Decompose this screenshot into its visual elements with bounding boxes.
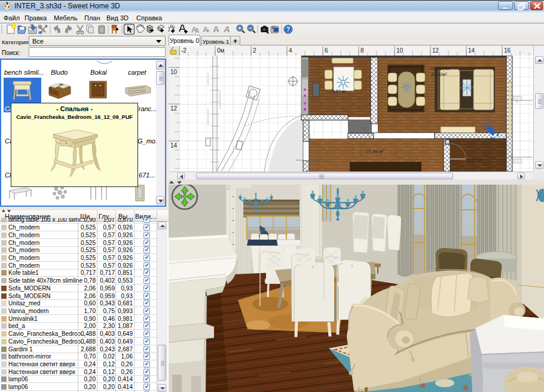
svg-text:4,87 м²: 4,87 м² [332, 89, 346, 93]
svg-text:-2: -2 [181, 47, 187, 54]
svg-text:10: 10 [396, 47, 404, 54]
svg-text:12: 12 [432, 47, 439, 54]
svg-text:A: A [195, 27, 199, 34]
svg-text:16: 16 [504, 47, 511, 54]
svg-text:0м: 0м [217, 47, 225, 54]
svg-text:Гостиная: Гостиная [431, 66, 450, 71]
svg-text:21,44 м²: 21,44 м² [366, 149, 384, 154]
svg-text:+: + [206, 27, 210, 34]
svg-text:8: 8 [360, 47, 364, 54]
svg-text:A: A [213, 24, 219, 34]
svg-text:12: 12 [170, 105, 178, 112]
svg-text:A: A [223, 24, 230, 34]
svg-text:42,02м²: 42,02м² [431, 72, 447, 77]
svg-text:4: 4 [289, 47, 292, 54]
svg-text:8,57 м²: 8,57 м² [467, 158, 482, 163]
svg-text:2: 2 [253, 47, 256, 54]
svg-text:14: 14 [468, 47, 475, 54]
svg-text:10: 10 [170, 69, 178, 75]
svg-text:6: 6 [325, 47, 328, 54]
svg-text:?: ? [286, 26, 290, 33]
svg-text:14: 14 [170, 142, 178, 149]
